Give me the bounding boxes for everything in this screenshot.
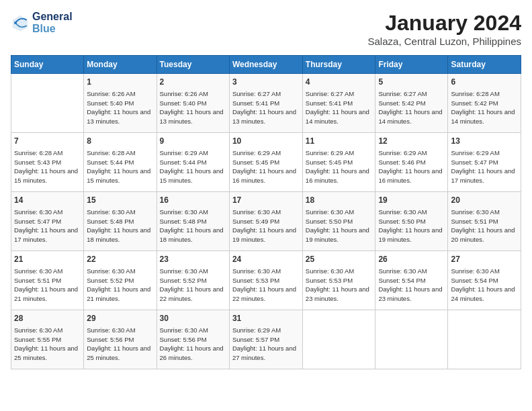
day-cell: 2Sunrise: 6:26 AMSunset: 5:40 PMDaylight… <box>157 74 229 133</box>
day-number: 2 <box>160 77 226 88</box>
day-number: 7 <box>14 136 81 147</box>
day-info: Sunrise: 6:26 AMSunset: 5:40 PMDaylight:… <box>160 89 226 126</box>
day-info: Sunrise: 6:30 AMSunset: 5:55 PMDaylight:… <box>14 326 81 363</box>
weekday-header-row: SundayMondayTuesdayWednesdayThursdayFrid… <box>11 56 521 74</box>
day-number: 10 <box>232 136 300 147</box>
day-cell: 27Sunrise: 6:30 AMSunset: 5:54 PMDayligh… <box>448 251 521 310</box>
day-cell: 14Sunrise: 6:30 AMSunset: 5:47 PMDayligh… <box>11 192 84 251</box>
day-info: Sunrise: 6:30 AMSunset: 5:50 PMDaylight:… <box>306 208 373 244</box>
day-cell: 5Sunrise: 6:27 AMSunset: 5:42 PMDaylight… <box>375 74 448 133</box>
day-number: 29 <box>87 313 153 324</box>
day-info: Sunrise: 6:29 AMSunset: 5:45 PMDaylight:… <box>306 148 373 185</box>
day-cell: 20Sunrise: 6:30 AMSunset: 5:51 PMDayligh… <box>448 192 521 251</box>
day-number: 11 <box>306 136 373 147</box>
day-cell <box>375 310 448 369</box>
title-block: January 2024 Salaza, Central Luzon, Phil… <box>368 11 521 47</box>
day-info: Sunrise: 6:28 AMSunset: 5:44 PMDaylight:… <box>87 148 153 185</box>
day-info: Sunrise: 6:29 AMSunset: 5:57 PMDaylight:… <box>232 326 300 363</box>
day-cell: 30Sunrise: 6:30 AMSunset: 5:56 PMDayligh… <box>157 310 229 369</box>
day-info: Sunrise: 6:30 AMSunset: 5:54 PMDaylight:… <box>451 267 518 304</box>
day-cell <box>11 74 84 133</box>
day-cell: 24Sunrise: 6:30 AMSunset: 5:53 PMDayligh… <box>229 251 302 310</box>
day-cell: 15Sunrise: 6:30 AMSunset: 5:48 PMDayligh… <box>84 192 157 251</box>
weekday-header-tuesday: Tuesday <box>157 56 229 74</box>
day-cell: 28Sunrise: 6:30 AMSunset: 5:55 PMDayligh… <box>11 310 84 369</box>
day-cell: 16Sunrise: 6:30 AMSunset: 5:48 PMDayligh… <box>157 192 229 251</box>
page-header: General Blue January 2024 Salaza, Centra… <box>11 11 521 47</box>
logo-line1: General <box>32 11 73 23</box>
day-number: 21 <box>14 254 81 265</box>
weekday-header-friday: Friday <box>375 56 448 74</box>
weekday-header-monday: Monday <box>84 56 157 74</box>
logo-text-block: General Blue <box>32 11 73 34</box>
day-cell: 18Sunrise: 6:30 AMSunset: 5:50 PMDayligh… <box>302 192 375 251</box>
day-number: 18 <box>306 195 373 206</box>
day-number: 30 <box>160 313 226 324</box>
day-cell <box>448 310 521 369</box>
logo: General Blue <box>11 11 73 34</box>
day-cell: 9Sunrise: 6:29 AMSunset: 5:44 PMDaylight… <box>157 133 229 192</box>
day-number: 15 <box>87 195 153 206</box>
day-number: 28 <box>14 313 81 324</box>
day-number: 12 <box>378 136 445 147</box>
day-info: Sunrise: 6:30 AMSunset: 5:48 PMDaylight:… <box>87 208 153 244</box>
day-cell: 12Sunrise: 6:29 AMSunset: 5:46 PMDayligh… <box>375 133 448 192</box>
day-info: Sunrise: 6:30 AMSunset: 5:51 PMDaylight:… <box>451 208 518 244</box>
day-info: Sunrise: 6:30 AMSunset: 5:47 PMDaylight:… <box>14 208 81 244</box>
day-info: Sunrise: 6:30 AMSunset: 5:51 PMDaylight:… <box>14 267 81 304</box>
day-number: 26 <box>378 254 445 265</box>
day-info: Sunrise: 6:28 AMSunset: 5:42 PMDaylight:… <box>451 89 518 126</box>
logo-line2: Blue <box>32 23 73 35</box>
day-cell: 21Sunrise: 6:30 AMSunset: 5:51 PMDayligh… <box>11 251 84 310</box>
day-cell: 19Sunrise: 6:30 AMSunset: 5:50 PMDayligh… <box>375 192 448 251</box>
day-info: Sunrise: 6:30 AMSunset: 5:50 PMDaylight:… <box>378 208 445 244</box>
day-info: Sunrise: 6:30 AMSunset: 5:56 PMDaylight:… <box>87 326 153 363</box>
day-cell: 25Sunrise: 6:30 AMSunset: 5:53 PMDayligh… <box>302 251 375 310</box>
day-number: 3 <box>232 77 300 88</box>
day-cell <box>302 310 375 369</box>
day-cell: 3Sunrise: 6:27 AMSunset: 5:41 PMDaylight… <box>229 74 302 133</box>
week-row-0: 1Sunrise: 6:26 AMSunset: 5:40 PMDaylight… <box>11 74 521 133</box>
day-info: Sunrise: 6:30 AMSunset: 5:52 PMDaylight:… <box>160 267 226 304</box>
day-cell: 8Sunrise: 6:28 AMSunset: 5:44 PMDaylight… <box>84 133 157 192</box>
day-info: Sunrise: 6:29 AMSunset: 5:44 PMDaylight:… <box>160 148 226 185</box>
month-title: January 2024 <box>368 11 521 36</box>
day-number: 27 <box>451 254 518 265</box>
day-info: Sunrise: 6:30 AMSunset: 5:54 PMDaylight:… <box>378 267 445 304</box>
weekday-header-wednesday: Wednesday <box>229 56 302 74</box>
day-number: 6 <box>451 77 518 88</box>
day-info: Sunrise: 6:27 AMSunset: 5:42 PMDaylight:… <box>378 89 445 126</box>
weekday-header-saturday: Saturday <box>448 56 521 74</box>
day-info: Sunrise: 6:30 AMSunset: 5:53 PMDaylight:… <box>232 267 300 304</box>
day-number: 14 <box>14 195 81 206</box>
day-cell: 11Sunrise: 6:29 AMSunset: 5:45 PMDayligh… <box>302 133 375 192</box>
day-cell: 22Sunrise: 6:30 AMSunset: 5:52 PMDayligh… <box>84 251 157 310</box>
day-cell: 4Sunrise: 6:27 AMSunset: 5:41 PMDaylight… <box>302 74 375 133</box>
location: Salaza, Central Luzon, Philippines <box>368 36 521 47</box>
day-cell: 7Sunrise: 6:28 AMSunset: 5:43 PMDaylight… <box>11 133 84 192</box>
day-number: 17 <box>232 195 300 206</box>
weekday-header-thursday: Thursday <box>302 56 375 74</box>
week-row-4: 28Sunrise: 6:30 AMSunset: 5:55 PMDayligh… <box>11 310 521 369</box>
day-number: 22 <box>87 254 153 265</box>
day-number: 24 <box>232 254 300 265</box>
day-info: Sunrise: 6:30 AMSunset: 5:49 PMDaylight:… <box>232 208 300 244</box>
day-number: 19 <box>378 195 445 206</box>
day-cell: 6Sunrise: 6:28 AMSunset: 5:42 PMDaylight… <box>448 74 521 133</box>
day-info: Sunrise: 6:27 AMSunset: 5:41 PMDaylight:… <box>232 89 300 126</box>
day-cell: 26Sunrise: 6:30 AMSunset: 5:54 PMDayligh… <box>375 251 448 310</box>
day-info: Sunrise: 6:29 AMSunset: 5:46 PMDaylight:… <box>378 148 445 185</box>
day-number: 31 <box>232 313 300 324</box>
day-info: Sunrise: 6:30 AMSunset: 5:48 PMDaylight:… <box>160 208 226 244</box>
day-cell: 17Sunrise: 6:30 AMSunset: 5:49 PMDayligh… <box>229 192 302 251</box>
day-info: Sunrise: 6:29 AMSunset: 5:47 PMDaylight:… <box>451 148 518 185</box>
week-row-3: 21Sunrise: 6:30 AMSunset: 5:51 PMDayligh… <box>11 251 521 310</box>
week-row-1: 7Sunrise: 6:28 AMSunset: 5:43 PMDaylight… <box>11 133 521 192</box>
day-info: Sunrise: 6:30 AMSunset: 5:56 PMDaylight:… <box>160 326 226 363</box>
day-number: 8 <box>87 136 153 147</box>
day-number: 5 <box>378 77 445 88</box>
day-number: 20 <box>451 195 518 206</box>
svg-point-1 <box>14 21 17 24</box>
logo-icon <box>11 13 30 32</box>
day-info: Sunrise: 6:27 AMSunset: 5:41 PMDaylight:… <box>306 89 373 126</box>
